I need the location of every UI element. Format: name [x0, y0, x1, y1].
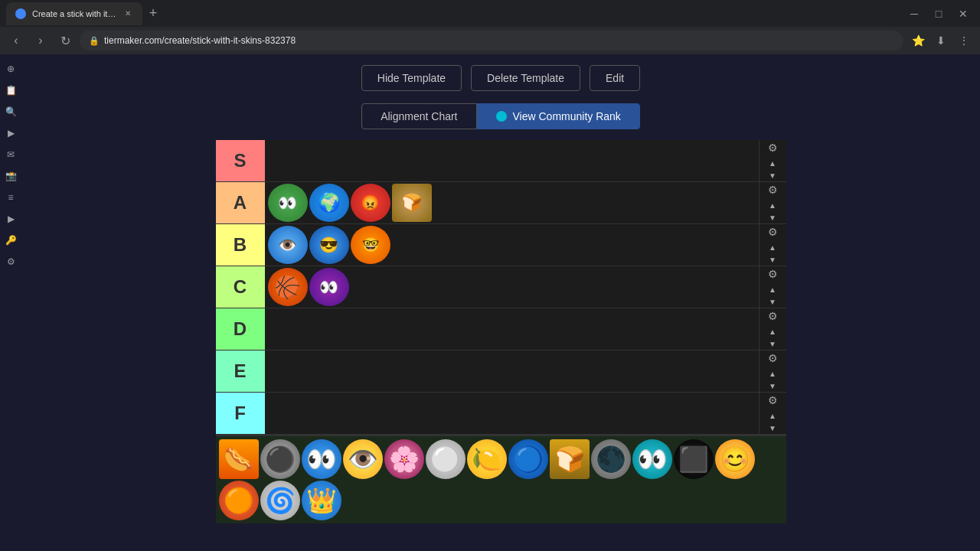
pool-lemon[interactable]: 🍋 — [467, 439, 507, 479]
reload-button[interactable]: ↻ — [55, 31, 75, 51]
pool-smiley[interactable]: 😊 — [715, 439, 755, 479]
sidebar-icon-10[interactable]: ⚙ — [2, 253, 19, 270]
back-button[interactable]: ‹ — [6, 31, 26, 51]
close-window-button[interactable]: ✕ — [952, 3, 974, 24]
tier-row-d: D ⚙ ▲ ▼ — [216, 308, 786, 350]
pool-yellow-eyes[interactable]: 👁️ — [343, 439, 383, 479]
tier-gear-f[interactable]: ⚙ — [765, 393, 780, 408]
skin-basketball[interactable]: 🏀 — [268, 268, 308, 306]
pool-orange-ball[interactable]: 🟠 — [219, 481, 259, 520]
community-rank-tab[interactable]: View Community Rank — [477, 103, 640, 129]
tier-up-e[interactable]: ▲ — [766, 367, 779, 380]
pool-crown[interactable]: 👑 — [302, 481, 341, 520]
tier-up-s[interactable]: ▲ — [766, 157, 779, 169]
tier-row-c: C 🏀 👀 ⚙ ▲ ▼ — [216, 266, 786, 308]
sidebar-icon-5[interactable]: ✉ — [2, 146, 19, 163]
tier-down-d[interactable]: ▼ — [766, 337, 779, 350]
skin-red-face[interactable]: 😡 — [351, 184, 390, 222]
tier-label-c: C — [216, 266, 265, 308]
pool-blue-ball[interactable]: 🔵 — [508, 439, 548, 479]
tier-controls-s: ⚙ ▲ ▼ — [759, 140, 786, 181]
hide-template-button[interactable]: Hide Template — [361, 65, 462, 91]
active-tab[interactable]: Create a stick with it skins ✕ — [6, 2, 142, 25]
tierlist-container: S ⚙ ▲ ▼ A 👀 🌍 — [216, 140, 786, 523]
skin-blue-eyes[interactable]: 👁️ — [268, 226, 308, 264]
maximize-button[interactable]: □ — [928, 3, 949, 24]
tier-gear-c[interactable]: ⚙ — [765, 266, 780, 282]
skin-glasses-orange[interactable]: 🤓 — [351, 226, 390, 264]
tier-controls-b: ⚙ ▲ ▼ — [759, 224, 786, 266]
browser-action-buttons: ⭐ ⬇ ⋮ — [908, 31, 974, 51]
pool-swirl[interactable]: 🌀 — [260, 481, 300, 520]
tier-row-a: A 👀 🌍 😡 🍞 — [216, 182, 786, 224]
tier-gear-s[interactable]: ⚙ — [765, 140, 780, 155]
pool-eyes-ball[interactable]: 👀 — [302, 439, 341, 479]
tab-favicon — [15, 8, 26, 19]
tier-label-a: A — [216, 182, 265, 223]
address-bar-row: ‹ › ↻ 🔒 tiermaker.com/create/stick-with-… — [0, 27, 980, 54]
sidebar-icon-8[interactable]: ▶ — [2, 210, 19, 227]
sidebar-icon-2[interactable]: 📋 — [2, 82, 19, 99]
forward-button[interactable]: › — [31, 31, 51, 51]
new-tab-button[interactable]: + — [142, 3, 164, 24]
sidebar-icon-6[interactable]: 📸 — [2, 168, 19, 184]
skin-earth[interactable]: 🌍 — [309, 184, 349, 222]
address-bar[interactable]: 🔒 tiermaker.com/create/stick-with-it-ski… — [80, 31, 903, 51]
tier-content-c[interactable]: 🏀 👀 — [265, 266, 759, 308]
bookmark-button[interactable]: ⭐ — [908, 31, 928, 51]
tier-up-d[interactable]: ▲ — [766, 325, 779, 337]
tier-row-s: S ⚙ ▲ ▼ — [216, 140, 786, 182]
pool-teal-eyes[interactable]: 👀 — [632, 439, 672, 479]
tab-close-button[interactable]: ✕ — [122, 8, 133, 19]
sidebar-icon-3[interactable]: 🔍 — [2, 103, 19, 120]
tier-controls-f: ⚙ ▲ ▼ — [759, 393, 786, 434]
download-button[interactable]: ⬇ — [931, 31, 951, 51]
delete-template-button[interactable]: Delete Template — [471, 65, 580, 91]
tier-up-b[interactable]: ▲ — [766, 241, 779, 253]
tier-gear-e[interactable]: ⚙ — [765, 350, 780, 366]
tier-content-e[interactable] — [265, 350, 759, 392]
content-area: Hide Template Delete Template Edit Align… — [21, 54, 980, 551]
tier-content-b[interactable]: 👁️ 😎 🤓 — [265, 224, 759, 266]
tier-gear-d[interactable]: ⚙ — [765, 308, 780, 324]
lock-icon: 🔒 — [89, 36, 100, 46]
extensions-button[interactable]: ⋮ — [954, 31, 974, 51]
tier-content-s[interactable] — [265, 140, 759, 181]
skin-blue-cool[interactable]: 😎 — [309, 226, 349, 264]
pool-silver-ball[interactable]: ⚪ — [426, 439, 466, 479]
skin-purple-eyes[interactable]: 👀 — [309, 268, 349, 306]
tier-down-e[interactable]: ▼ — [766, 380, 779, 392]
minimize-button[interactable]: ─ — [903, 3, 925, 24]
sidebar-icon-7[interactable]: ≡ — [2, 189, 19, 206]
url-display: tiermaker.com/create/stick-with-it-skins… — [104, 35, 296, 46]
pool-toast[interactable]: 🍞 — [550, 439, 590, 479]
pool-fuzzy-gray[interactable]: 🌑 — [591, 439, 631, 479]
tier-down-c[interactable]: ▼ — [766, 295, 779, 308]
alignment-chart-tab[interactable]: Alignment Chart — [361, 103, 476, 129]
tier-up-a[interactable]: ▲ — [766, 199, 779, 211]
pool-gray-ball[interactable]: ⚫ — [260, 439, 300, 479]
skin-bread[interactable]: 🍞 — [392, 184, 432, 222]
sidebar: ⊕ 📋 🔍 ▶ ✉ 📸 ≡ ▶ 🔑 ⚙ — [0, 54, 21, 551]
tier-gear-a[interactable]: ⚙ — [765, 182, 780, 197]
tier-up-f[interactable]: ▲ — [766, 409, 779, 422]
sidebar-icon-1[interactable]: ⊕ — [2, 60, 19, 77]
tier-down-f[interactable]: ▼ — [766, 422, 779, 434]
sidebar-icon-4[interactable]: ▶ — [2, 125, 19, 142]
sidebar-icon-9[interactable]: 🔑 — [2, 232, 19, 249]
tier-content-d[interactable] — [265, 308, 759, 350]
tab-title: Create a stick with it skins — [32, 9, 116, 18]
tier-controls-c: ⚙ ▲ ▼ — [759, 266, 786, 308]
tier-content-f[interactable] — [265, 393, 759, 434]
pool-hotdog[interactable]: 🌭 — [219, 439, 259, 479]
tier-down-b[interactable]: ▼ — [766, 253, 779, 266]
tier-content-a[interactable]: 👀 🌍 😡 🍞 — [265, 182, 759, 223]
tier-down-a[interactable]: ▼ — [766, 211, 779, 223]
pool-pink-ball[interactable]: 🌸 — [384, 439, 424, 479]
tier-gear-b[interactable]: ⚙ — [765, 224, 780, 240]
tier-down-s[interactable]: ▼ — [766, 169, 779, 181]
edit-button[interactable]: Edit — [590, 65, 640, 91]
pool-dark-eyes[interactable]: ⬛ — [674, 439, 714, 479]
tier-up-c[interactable]: ▲ — [766, 283, 779, 295]
skin-green-eyes[interactable]: 👀 — [268, 184, 308, 222]
